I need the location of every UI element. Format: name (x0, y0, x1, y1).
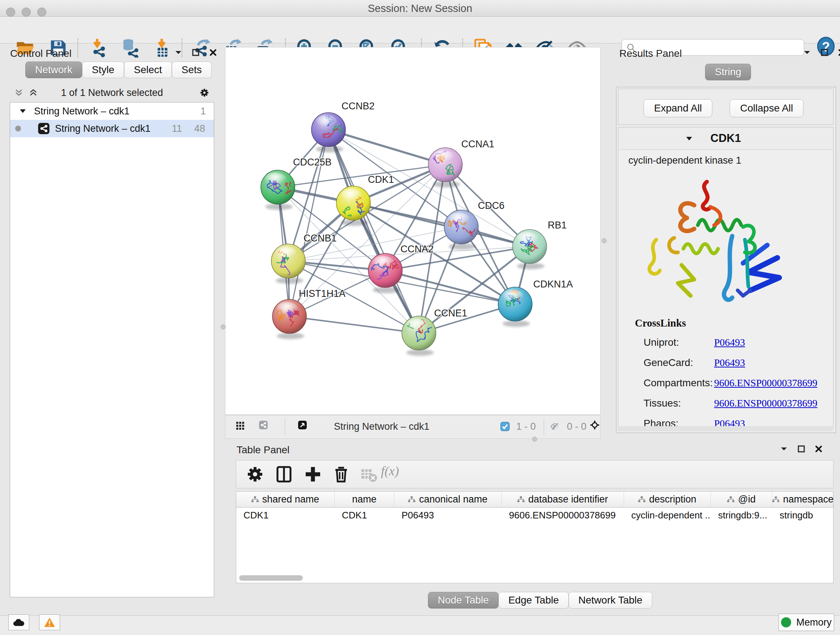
column-header-canonical-name[interactable]: canonical name (394, 492, 502, 507)
network-node-CDC25B[interactable] (261, 170, 297, 210)
network-row[interactable]: String Network – cdk1 11 48 (10, 120, 214, 137)
panel-close-icon[interactable] (837, 48, 840, 57)
table-cell[interactable]: CDK1 (236, 508, 335, 524)
column-header-database-identifier[interactable]: database identifier (502, 492, 624, 507)
network-node-CDKN1A[interactable] (498, 286, 532, 327)
tab-string[interactable]: String (705, 64, 751, 80)
tab-node-table[interactable]: Node Table (428, 592, 499, 608)
center-view-icon[interactable] (590, 420, 600, 430)
memory-status-dot (781, 617, 791, 627)
table-cell[interactable]: stringdb (772, 508, 834, 524)
table-settings-gear-icon[interactable] (245, 464, 265, 485)
table-toolbar: f(x) (236, 460, 834, 488)
network-node-CCNA2[interactable] (368, 253, 402, 293)
network-node-count: 11 (172, 123, 182, 134)
delete-table-icon[interactable] (358, 464, 379, 485)
column-header-name[interactable]: name (335, 492, 394, 507)
tab-style[interactable]: Style (82, 62, 124, 78)
network-status-dot (15, 126, 21, 131)
panel-close-icon[interactable] (208, 48, 218, 57)
tab-sets[interactable]: Sets (172, 62, 212, 78)
network-node-HIST1H1A[interactable] (272, 299, 306, 339)
crosslinks-title: CrossLinks (635, 317, 686, 329)
expand-all-button[interactable]: Expand All (644, 99, 712, 117)
network-edge[interactable] (328, 130, 419, 333)
tab-select[interactable]: Select (124, 62, 172, 78)
network-edge[interactable] (289, 317, 419, 333)
node-label: RB1 (548, 220, 567, 231)
network-list-toolbar: 1 of 1 Network selected (10, 82, 214, 103)
left-splitter-handle[interactable] (221, 325, 226, 329)
warning-icon[interactable] (39, 614, 60, 630)
add-column-icon[interactable] (303, 464, 323, 485)
gene-section-header[interactable]: CDK1 (618, 127, 833, 150)
panel-float-icon[interactable] (820, 48, 829, 57)
table-cell[interactable]: P06493 (394, 508, 502, 524)
birds-eye-view-icon[interactable] (298, 420, 307, 430)
crosslink-label: Uniprot: (644, 337, 714, 348)
control-panel-tabs: NetworkStyleSelectSets (25, 62, 212, 78)
panel-menu-icon[interactable] (802, 48, 812, 57)
network-view-toolbar: String Network – cdk1 1 - 0 0 - 0 (225, 415, 600, 439)
panel-menu-icon[interactable] (779, 444, 789, 454)
network-node-RB1[interactable] (513, 230, 546, 269)
right-splitter-handle[interactable] (602, 238, 607, 243)
node-label: CDC25B (293, 157, 332, 168)
tab-network-table[interactable]: Network Table (569, 592, 652, 608)
panel-float-icon[interactable] (191, 48, 201, 57)
crosslink-value-link[interactable]: 9606.ENSP00000378699 (714, 397, 817, 409)
crosslink-label: Tissues: (644, 397, 714, 409)
network-canvas[interactable]: CCNB2CCNA1CDC25BCDK1CDC6RB1CCNB1CCNA2CDK… (225, 47, 600, 415)
h-scrollbar-thumb[interactable] (239, 575, 303, 581)
network-node-CDC6[interactable] (444, 210, 482, 250)
panel-close-icon[interactable] (814, 444, 823, 454)
node-label: CCNB1 (303, 233, 337, 244)
network-selection-status: 1 of 1 Network selected (10, 87, 214, 98)
horizontal-splitter-handle[interactable] (532, 437, 537, 442)
panel-float-icon[interactable] (797, 444, 806, 454)
network-graph[interactable]: CCNB2CCNA1CDC25BCDK1CDC6RB1CCNB1CCNA2CDK… (225, 48, 600, 415)
network-options-gear-icon[interactable] (200, 88, 209, 97)
network-row-label: String Network – cdk1 (55, 123, 150, 134)
node-label: CCNA2 (401, 244, 434, 255)
crosslink-value-link[interactable]: P06493 (714, 337, 745, 348)
table-cell[interactable]: CDK1 (335, 508, 394, 524)
control-panel-title: Control Panel (10, 48, 72, 59)
grid-view-icon[interactable] (235, 421, 245, 431)
delete-column-icon[interactable] (331, 464, 351, 485)
network-edge[interactable] (328, 130, 445, 165)
column-header--id[interactable]: @id (711, 492, 772, 507)
function-builder-icon[interactable]: f(x) (381, 463, 399, 478)
table-cell[interactable]: cyclin-dependent ... (624, 508, 711, 524)
network-node-CCNB1[interactable] (269, 244, 305, 284)
network-badge-gray-icon[interactable] (259, 420, 268, 430)
network-collection-row[interactable]: String Network – cdk1 1 (10, 103, 214, 120)
memory-label: Memory (796, 617, 832, 628)
crosslink-value-link[interactable]: P06493 (714, 357, 745, 369)
tab-edge-table[interactable]: Edge Table (499, 592, 569, 608)
table-panel: Table Panel f(x) shared nam (225, 440, 840, 616)
network-node-CCNA1[interactable] (428, 148, 462, 187)
crosslink-value-link[interactable]: 9606.ENSP00000378699 (714, 377, 817, 389)
results-scrollbar[interactable] (618, 426, 834, 431)
column-header-namespace[interactable]: namespace (772, 492, 834, 507)
show-columns-icon[interactable] (274, 464, 294, 485)
table-cell[interactable]: 9606.ENSP00000378699 (502, 508, 624, 524)
memory-button[interactable]: Memory (778, 614, 834, 631)
network-collection-count: 1 (201, 106, 206, 117)
hidden-counts: 0 - 0 (567, 421, 586, 432)
column-header-description[interactable]: description (624, 492, 711, 507)
separator (544, 419, 544, 435)
network-node-CCNB2[interactable] (311, 112, 346, 152)
tree-expand-icon[interactable] (19, 109, 26, 113)
panel-menu-icon[interactable] (174, 48, 183, 57)
table-row[interactable]: CDK1CDK1P064939606.ENSP00000378699cyclin… (236, 508, 833, 524)
table-cell[interactable]: stringdb:9... (711, 508, 772, 524)
collapse-all-button[interactable]: Collapse All (729, 99, 804, 117)
selected-checkbox-icon[interactable] (500, 422, 510, 431)
cloud-status-icon[interactable] (8, 614, 29, 630)
node-label: CCNE1 (434, 308, 467, 318)
gene-symbol: CDK1 (618, 132, 833, 145)
tab-network[interactable]: Network (25, 62, 82, 78)
column-header-shared-name[interactable]: shared name (236, 492, 335, 507)
